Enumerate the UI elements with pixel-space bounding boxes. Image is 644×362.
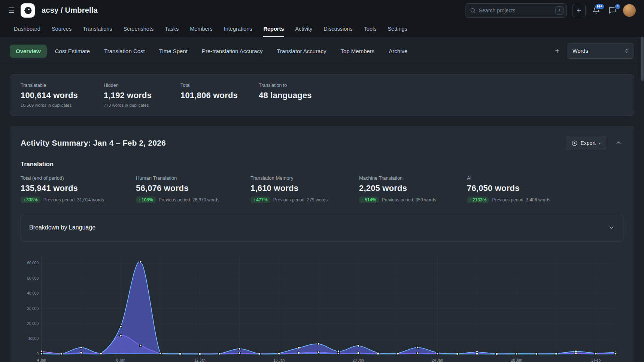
svg-text:50 000: 50 000 [27,276,39,280]
svg-text:10000: 10000 [28,337,39,341]
stat-subtext: 10,569 words in duplicates [21,103,104,107]
metric-value: 135,941 words [21,183,136,193]
search-box[interactable]: / [465,3,567,18]
nav-item-discussions[interactable]: Discussions [323,21,353,37]
change-badge: ↑2133% [467,197,489,203]
nav-item-tasks[interactable]: Tasks [164,21,179,37]
stat-value: 101,806 words [180,91,259,100]
svg-text:28 Jan: 28 Jan [511,358,522,362]
change-badge: ↑108% [136,197,156,203]
svg-text:12 Jan: 12 Jan [194,358,206,362]
tab-pre-translation-accuracy[interactable]: Pre-translation Accuracy [196,45,269,58]
stat-subtext [259,103,623,107]
report-tabs-bar: Overview Cost Estimate Translation Cost … [0,37,644,65]
tab-translation-cost[interactable]: Translation Cost [98,45,151,58]
nav-item-dashboard[interactable]: Dashboard [13,21,41,37]
metric-total-end-of-period: Total (end of period) 135,941 words ↑338… [21,175,136,203]
previous-period-text: Previous period: 26,970 words [159,197,219,203]
activity-summary-title: Activity Summary: Jan 4 – Feb 2, 2026 [21,139,166,147]
svg-text:24 Jan: 24 Jan [432,358,443,362]
app-logo[interactable] [21,3,35,18]
create-project-button[interactable]: + [572,4,586,17]
nav-item-activity[interactable]: Activity [295,21,313,37]
nav-item-screenshots[interactable]: Screenshots [123,21,154,37]
stat-subtext: 773 words in duplicates [104,103,180,107]
metric-value: 76,050 words [467,183,623,193]
search-input[interactable] [479,7,552,13]
svg-text:20 Jan: 20 Jan [353,358,364,362]
tab-top-members[interactable]: Top Members [334,45,380,58]
breakdown-by-language-panel[interactable]: Breakdown by Language [21,214,623,241]
metric-value: 2,205 words [359,183,467,193]
svg-text:0: 0 [36,352,39,356]
metric-label: Total (end of period) [21,175,136,181]
tab-archive[interactable]: Archive [383,45,413,58]
change-badge: ↑477% [250,197,270,203]
metric-label: Translation Memory [250,175,359,181]
stat-hidden: Hidden 1,192 words 773 words in duplicat… [104,83,180,107]
stat-label: Total [180,83,259,88]
nav-item-members[interactable]: Members [189,21,213,37]
stat-value: 1,192 words [104,91,180,100]
arrow-up-icon: ↑ [253,197,255,203]
messages-button[interactable]: 4 [607,5,618,16]
svg-text:8 Jan: 8 Jan [116,358,125,362]
chevron-up-icon [615,140,622,146]
hamburger-menu-icon[interactable]: ☰ [8,7,15,14]
stat-label: Translatable [21,83,104,88]
user-avatar[interactable] [623,4,636,17]
metric-label: Human Translation [136,175,250,181]
svg-text:20 000: 20 000 [27,322,39,326]
scrollbar-track [640,0,644,362]
add-report-button[interactable]: + [550,47,565,55]
collapse-section-button[interactable] [614,138,623,148]
notifications-button[interactable]: 99+ [591,5,602,16]
metric-machine-translation: Machine Translation 2,205 words ↑514% Pr… [359,175,467,203]
tab-translator-accuracy[interactable]: Translator Accuracy [271,45,332,58]
stat-translatable: Translatable 100,614 words 10,569 words … [21,83,104,107]
sort-arrows-icon [624,48,629,54]
previous-period-text: Previous period: 359 words [382,197,436,203]
metric-human-translation: Human Translation 56,076 words ↑108% Pre… [136,175,250,203]
metric-label: Machine Translation [359,175,467,181]
unit-select[interactable]: Words [567,43,634,59]
previous-period-text: Previous period: 3,406 words [492,197,550,203]
metric-value: 1,610 words [250,183,359,193]
nav-item-translations[interactable]: Translations [82,21,112,37]
main-navigation: Dashboard Sources Translations Screensho… [0,21,644,37]
stat-value: 100,614 words [21,91,104,100]
activity-chart: 01000020 00030 00040 00050 00060 0004 Ja… [21,250,623,362]
tab-cost-estimate[interactable]: Cost Estimate [49,45,96,58]
arrow-up-icon: ↑ [362,197,364,203]
stat-label: Translation to [259,83,623,88]
nav-item-settings[interactable]: Settings [387,21,407,37]
nav-item-reports[interactable]: Reports [263,21,285,37]
tab-overview[interactable]: Overview [10,45,47,58]
change-percent: 2133% [473,197,486,203]
metric-value: 56,076 words [136,183,250,193]
metric-label: AI [467,175,623,181]
bird-logo-icon [23,6,33,15]
notifications-badge: 99+ [595,3,605,10]
top-bar: ☰ acsy / Umbrella / + 99+ [0,0,644,21]
nav-item-integrations[interactable]: Integrations [224,21,253,37]
change-percent: 338% [26,197,38,203]
activity-summary-card: Activity Summary: Jan 4 – Feb 2, 2026 Ex… [10,126,634,362]
previous-period-text: Previous period: 31,014 words [43,197,104,203]
svg-text:60 000: 60 000 [27,261,39,265]
nav-item-tools[interactable]: Tools [364,21,377,37]
tab-time-spent[interactable]: Time Spent [153,45,194,58]
svg-text:40 000: 40 000 [27,291,39,295]
nav-item-sources[interactable]: Sources [51,21,72,37]
svg-text:4 Jan: 4 Jan [37,358,46,362]
stat-subtext [180,103,259,107]
messages-badge: 4 [614,3,621,10]
change-percent: 108% [142,197,153,203]
change-percent: 477% [256,197,268,203]
summary-stats-card: Translatable 100,614 words 10,569 words … [10,74,634,116]
project-title: acsy / Umbrella [42,6,98,15]
change-badge: ↑338% [21,197,40,203]
scrollbar-thumb[interactable] [641,37,644,81]
svg-text:30 000: 30 000 [27,307,39,311]
export-button[interactable]: Export ▾ [566,136,607,150]
